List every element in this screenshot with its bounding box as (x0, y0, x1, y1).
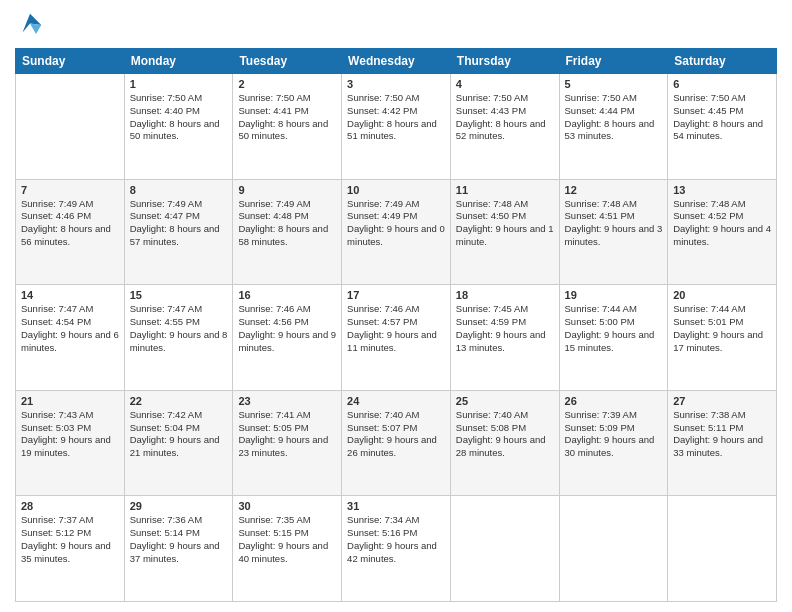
cell-info: Sunrise: 7:46 AMSunset: 4:57 PMDaylight:… (347, 303, 437, 352)
calendar-cell: 24 Sunrise: 7:40 AMSunset: 5:07 PMDaylig… (342, 390, 451, 496)
day-number: 22 (130, 395, 228, 407)
header-row: SundayMondayTuesdayWednesdayThursdayFrid… (16, 49, 777, 74)
cell-info: Sunrise: 7:41 AMSunset: 5:05 PMDaylight:… (238, 409, 328, 458)
cell-info: Sunrise: 7:50 AMSunset: 4:42 PMDaylight:… (347, 92, 437, 141)
calendar-cell: 2 Sunrise: 7:50 AMSunset: 4:41 PMDayligh… (233, 74, 342, 180)
day-number: 4 (456, 78, 554, 90)
day-number: 12 (565, 184, 663, 196)
day-number: 5 (565, 78, 663, 90)
calendar-cell: 12 Sunrise: 7:48 AMSunset: 4:51 PMDaylig… (559, 179, 668, 285)
day-number: 17 (347, 289, 445, 301)
day-number: 30 (238, 500, 336, 512)
calendar-cell: 25 Sunrise: 7:40 AMSunset: 5:08 PMDaylig… (450, 390, 559, 496)
day-header: Sunday (16, 49, 125, 74)
cell-info: Sunrise: 7:47 AMSunset: 4:55 PMDaylight:… (130, 303, 228, 352)
calendar-cell: 22 Sunrise: 7:42 AMSunset: 5:04 PMDaylig… (124, 390, 233, 496)
cell-info: Sunrise: 7:48 AMSunset: 4:52 PMDaylight:… (673, 198, 771, 247)
calendar-cell: 14 Sunrise: 7:47 AMSunset: 4:54 PMDaylig… (16, 285, 125, 391)
day-number: 25 (456, 395, 554, 407)
cell-info: Sunrise: 7:49 AMSunset: 4:47 PMDaylight:… (130, 198, 220, 247)
calendar-cell: 23 Sunrise: 7:41 AMSunset: 5:05 PMDaylig… (233, 390, 342, 496)
calendar-cell: 10 Sunrise: 7:49 AMSunset: 4:49 PMDaylig… (342, 179, 451, 285)
day-number: 24 (347, 395, 445, 407)
day-number: 28 (21, 500, 119, 512)
calendar-cell: 6 Sunrise: 7:50 AMSunset: 4:45 PMDayligh… (668, 74, 777, 180)
calendar-week-row: 7 Sunrise: 7:49 AMSunset: 4:46 PMDayligh… (16, 179, 777, 285)
calendar-cell: 28 Sunrise: 7:37 AMSunset: 5:12 PMDaylig… (16, 496, 125, 602)
day-number: 6 (673, 78, 771, 90)
header (15, 10, 777, 40)
cell-info: Sunrise: 7:49 AMSunset: 4:49 PMDaylight:… (347, 198, 445, 247)
day-number: 3 (347, 78, 445, 90)
calendar-table: SundayMondayTuesdayWednesdayThursdayFrid… (15, 48, 777, 602)
calendar-week-row: 14 Sunrise: 7:47 AMSunset: 4:54 PMDaylig… (16, 285, 777, 391)
cell-info: Sunrise: 7:47 AMSunset: 4:54 PMDaylight:… (21, 303, 119, 352)
cell-info: Sunrise: 7:50 AMSunset: 4:40 PMDaylight:… (130, 92, 220, 141)
cell-info: Sunrise: 7:38 AMSunset: 5:11 PMDaylight:… (673, 409, 763, 458)
cell-info: Sunrise: 7:42 AMSunset: 5:04 PMDaylight:… (130, 409, 220, 458)
day-number: 19 (565, 289, 663, 301)
calendar-cell: 3 Sunrise: 7:50 AMSunset: 4:42 PMDayligh… (342, 74, 451, 180)
day-number: 15 (130, 289, 228, 301)
day-number: 9 (238, 184, 336, 196)
calendar-cell: 19 Sunrise: 7:44 AMSunset: 5:00 PMDaylig… (559, 285, 668, 391)
cell-info: Sunrise: 7:39 AMSunset: 5:09 PMDaylight:… (565, 409, 655, 458)
cell-info: Sunrise: 7:40 AMSunset: 5:08 PMDaylight:… (456, 409, 546, 458)
day-number: 31 (347, 500, 445, 512)
day-number: 26 (565, 395, 663, 407)
cell-info: Sunrise: 7:50 AMSunset: 4:43 PMDaylight:… (456, 92, 546, 141)
day-number: 7 (21, 184, 119, 196)
day-header: Friday (559, 49, 668, 74)
calendar-cell: 18 Sunrise: 7:45 AMSunset: 4:59 PMDaylig… (450, 285, 559, 391)
day-number: 27 (673, 395, 771, 407)
calendar-cell: 7 Sunrise: 7:49 AMSunset: 4:46 PMDayligh… (16, 179, 125, 285)
calendar-cell (559, 496, 668, 602)
day-number: 29 (130, 500, 228, 512)
cell-info: Sunrise: 7:36 AMSunset: 5:14 PMDaylight:… (130, 514, 220, 563)
cell-info: Sunrise: 7:48 AMSunset: 4:50 PMDaylight:… (456, 198, 554, 247)
calendar-week-row: 1 Sunrise: 7:50 AMSunset: 4:40 PMDayligh… (16, 74, 777, 180)
cell-info: Sunrise: 7:45 AMSunset: 4:59 PMDaylight:… (456, 303, 546, 352)
cell-info: Sunrise: 7:44 AMSunset: 5:00 PMDaylight:… (565, 303, 655, 352)
calendar-cell: 21 Sunrise: 7:43 AMSunset: 5:03 PMDaylig… (16, 390, 125, 496)
day-number: 18 (456, 289, 554, 301)
day-number: 20 (673, 289, 771, 301)
calendar-cell: 30 Sunrise: 7:35 AMSunset: 5:15 PMDaylig… (233, 496, 342, 602)
calendar-cell: 27 Sunrise: 7:38 AMSunset: 5:11 PMDaylig… (668, 390, 777, 496)
calendar-cell (16, 74, 125, 180)
day-header: Thursday (450, 49, 559, 74)
cell-info: Sunrise: 7:46 AMSunset: 4:56 PMDaylight:… (238, 303, 336, 352)
main-container: SundayMondayTuesdayWednesdayThursdayFrid… (0, 0, 792, 612)
calendar-week-row: 21 Sunrise: 7:43 AMSunset: 5:03 PMDaylig… (16, 390, 777, 496)
cell-info: Sunrise: 7:34 AMSunset: 5:16 PMDaylight:… (347, 514, 437, 563)
calendar-cell: 1 Sunrise: 7:50 AMSunset: 4:40 PMDayligh… (124, 74, 233, 180)
calendar-week-row: 28 Sunrise: 7:37 AMSunset: 5:12 PMDaylig… (16, 496, 777, 602)
calendar-cell: 16 Sunrise: 7:46 AMSunset: 4:56 PMDaylig… (233, 285, 342, 391)
day-header: Tuesday (233, 49, 342, 74)
cell-info: Sunrise: 7:50 AMSunset: 4:44 PMDaylight:… (565, 92, 655, 141)
calendar-cell: 13 Sunrise: 7:48 AMSunset: 4:52 PMDaylig… (668, 179, 777, 285)
day-number: 23 (238, 395, 336, 407)
calendar-cell (668, 496, 777, 602)
logo (15, 10, 49, 40)
calendar-cell: 31 Sunrise: 7:34 AMSunset: 5:16 PMDaylig… (342, 496, 451, 602)
logo-icon (15, 10, 45, 40)
cell-info: Sunrise: 7:44 AMSunset: 5:01 PMDaylight:… (673, 303, 763, 352)
calendar-cell: 26 Sunrise: 7:39 AMSunset: 5:09 PMDaylig… (559, 390, 668, 496)
calendar-cell: 17 Sunrise: 7:46 AMSunset: 4:57 PMDaylig… (342, 285, 451, 391)
day-number: 1 (130, 78, 228, 90)
day-header: Monday (124, 49, 233, 74)
day-number: 16 (238, 289, 336, 301)
day-header: Saturday (668, 49, 777, 74)
day-header: Wednesday (342, 49, 451, 74)
day-number: 13 (673, 184, 771, 196)
cell-info: Sunrise: 7:48 AMSunset: 4:51 PMDaylight:… (565, 198, 663, 247)
calendar-cell: 11 Sunrise: 7:48 AMSunset: 4:50 PMDaylig… (450, 179, 559, 285)
day-number: 2 (238, 78, 336, 90)
day-number: 8 (130, 184, 228, 196)
calendar-cell: 29 Sunrise: 7:36 AMSunset: 5:14 PMDaylig… (124, 496, 233, 602)
calendar-cell: 20 Sunrise: 7:44 AMSunset: 5:01 PMDaylig… (668, 285, 777, 391)
cell-info: Sunrise: 7:49 AMSunset: 4:48 PMDaylight:… (238, 198, 328, 247)
cell-info: Sunrise: 7:35 AMSunset: 5:15 PMDaylight:… (238, 514, 328, 563)
svg-marker-1 (30, 24, 41, 35)
